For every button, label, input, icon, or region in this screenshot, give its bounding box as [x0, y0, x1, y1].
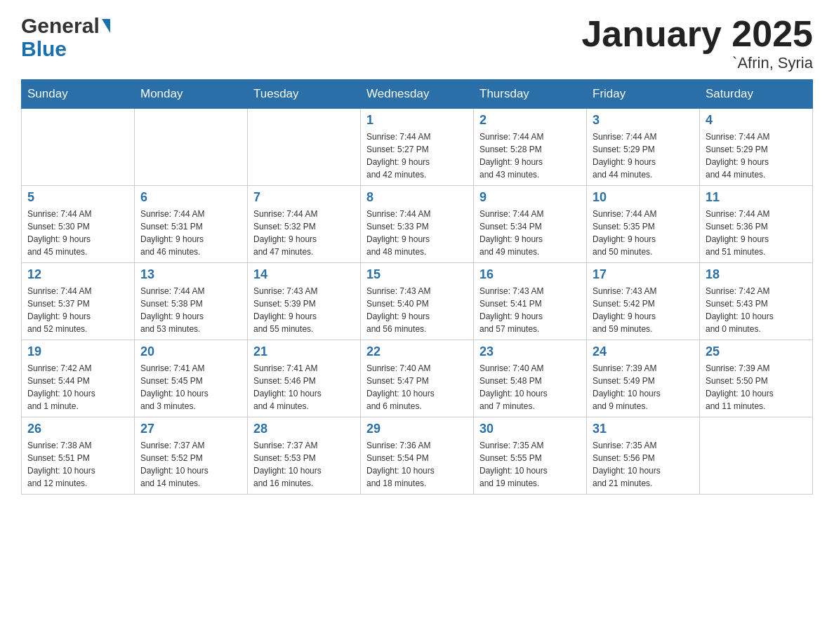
title-block: January 2025 `Afrin, Syria: [581, 14, 813, 72]
calendar-week-row: 1Sunrise: 7:44 AM Sunset: 5:27 PM Daylig…: [22, 109, 813, 186]
calendar-cell: 26Sunrise: 7:38 AM Sunset: 5:51 PM Dayli…: [22, 417, 135, 495]
day-number: 22: [366, 344, 468, 359]
calendar-cell: [700, 417, 813, 495]
day-info: Sunrise: 7:35 AM Sunset: 5:56 PM Dayligh…: [593, 439, 694, 490]
day-info: Sunrise: 7:37 AM Sunset: 5:52 PM Dayligh…: [140, 439, 241, 490]
calendar-cell: 30Sunrise: 7:35 AM Sunset: 5:55 PM Dayli…: [474, 417, 587, 495]
day-info: Sunrise: 7:36 AM Sunset: 5:54 PM Dayligh…: [366, 439, 468, 490]
day-number: 30: [479, 422, 581, 436]
logo: General Blue: [21, 14, 110, 60]
day-info: Sunrise: 7:40 AM Sunset: 5:48 PM Dayligh…: [479, 362, 581, 412]
day-number: 11: [706, 190, 807, 205]
logo-blue: Blue: [21, 37, 110, 60]
weekday-header-sunday: Sunday: [22, 80, 135, 109]
day-number: 4: [706, 113, 807, 128]
day-info: Sunrise: 7:44 AM Sunset: 5:32 PM Dayligh…: [253, 208, 355, 258]
calendar-cell: 17Sunrise: 7:43 AM Sunset: 5:42 PM Dayli…: [587, 263, 700, 340]
calendar-cell: 12Sunrise: 7:44 AM Sunset: 5:37 PM Dayli…: [22, 263, 135, 340]
day-number: 25: [706, 344, 807, 359]
day-number: 3: [593, 113, 694, 128]
day-info: Sunrise: 7:44 AM Sunset: 5:38 PM Dayligh…: [140, 285, 241, 335]
day-number: 1: [366, 113, 468, 128]
calendar-cell: 9Sunrise: 7:44 AM Sunset: 5:34 PM Daylig…: [474, 186, 587, 263]
day-number: 20: [140, 344, 241, 359]
day-info: Sunrise: 7:42 AM Sunset: 5:44 PM Dayligh…: [27, 362, 128, 412]
weekday-header-saturday: Saturday: [700, 80, 813, 109]
calendar-cell: 19Sunrise: 7:42 AM Sunset: 5:44 PM Dayli…: [22, 340, 135, 417]
calendar-cell: 16Sunrise: 7:43 AM Sunset: 5:41 PM Dayli…: [474, 263, 587, 340]
calendar-body: 1Sunrise: 7:44 AM Sunset: 5:27 PM Daylig…: [22, 109, 813, 495]
day-info: Sunrise: 7:44 AM Sunset: 5:29 PM Dayligh…: [593, 130, 694, 181]
day-number: 10: [593, 190, 694, 205]
calendar-cell: 7Sunrise: 7:44 AM Sunset: 5:32 PM Daylig…: [248, 186, 361, 263]
logo-general: General: [21, 14, 100, 37]
day-info: Sunrise: 7:44 AM Sunset: 5:37 PM Dayligh…: [27, 285, 128, 335]
weekday-header-friday: Friday: [587, 80, 700, 109]
day-number: 29: [366, 422, 468, 436]
calendar-cell: 6Sunrise: 7:44 AM Sunset: 5:31 PM Daylig…: [135, 186, 248, 263]
day-number: 24: [593, 344, 694, 359]
calendar-cell: 15Sunrise: 7:43 AM Sunset: 5:40 PM Dayli…: [361, 263, 474, 340]
day-number: 13: [140, 267, 241, 282]
day-info: Sunrise: 7:43 AM Sunset: 5:42 PM Dayligh…: [593, 285, 694, 335]
calendar-cell: [248, 109, 361, 186]
calendar-cell: 24Sunrise: 7:39 AM Sunset: 5:49 PM Dayli…: [587, 340, 700, 417]
calendar-table: SundayMondayTuesdayWednesdayThursdayFrid…: [21, 79, 813, 495]
calendar-week-row: 5Sunrise: 7:44 AM Sunset: 5:30 PM Daylig…: [22, 186, 813, 263]
calendar-week-row: 12Sunrise: 7:44 AM Sunset: 5:37 PM Dayli…: [22, 263, 813, 340]
day-info: Sunrise: 7:44 AM Sunset: 5:30 PM Dayligh…: [27, 208, 128, 258]
day-info: Sunrise: 7:39 AM Sunset: 5:49 PM Dayligh…: [593, 362, 694, 412]
day-info: Sunrise: 7:44 AM Sunset: 5:27 PM Dayligh…: [366, 130, 468, 181]
day-number: 5: [27, 190, 128, 205]
weekday-header-tuesday: Tuesday: [248, 80, 361, 109]
calendar-cell: [135, 109, 248, 186]
day-info: Sunrise: 7:37 AM Sunset: 5:53 PM Dayligh…: [253, 439, 355, 490]
day-info: Sunrise: 7:40 AM Sunset: 5:47 PM Dayligh…: [366, 362, 468, 412]
calendar-cell: 5Sunrise: 7:44 AM Sunset: 5:30 PM Daylig…: [22, 186, 135, 263]
day-info: Sunrise: 7:39 AM Sunset: 5:50 PM Dayligh…: [706, 362, 807, 412]
day-number: 17: [593, 267, 694, 282]
weekday-header-row: SundayMondayTuesdayWednesdayThursdayFrid…: [22, 80, 813, 109]
day-number: 15: [366, 267, 468, 282]
calendar-subtitle: `Afrin, Syria: [581, 54, 813, 72]
day-number: 28: [253, 422, 355, 436]
day-number: 8: [366, 190, 468, 205]
day-number: 12: [27, 267, 128, 282]
day-number: 9: [479, 190, 581, 205]
calendar-cell: 1Sunrise: 7:44 AM Sunset: 5:27 PM Daylig…: [361, 109, 474, 186]
day-info: Sunrise: 7:41 AM Sunset: 5:45 PM Dayligh…: [140, 362, 241, 412]
day-info: Sunrise: 7:44 AM Sunset: 5:34 PM Dayligh…: [479, 208, 581, 258]
calendar-cell: 29Sunrise: 7:36 AM Sunset: 5:54 PM Dayli…: [361, 417, 474, 495]
calendar-cell: [22, 109, 135, 186]
calendar-cell: 11Sunrise: 7:44 AM Sunset: 5:36 PM Dayli…: [700, 186, 813, 263]
calendar-cell: 20Sunrise: 7:41 AM Sunset: 5:45 PM Dayli…: [135, 340, 248, 417]
day-info: Sunrise: 7:44 AM Sunset: 5:31 PM Dayligh…: [140, 208, 241, 258]
calendar-cell: 23Sunrise: 7:40 AM Sunset: 5:48 PM Dayli…: [474, 340, 587, 417]
calendar-cell: 31Sunrise: 7:35 AM Sunset: 5:56 PM Dayli…: [587, 417, 700, 495]
day-info: Sunrise: 7:44 AM Sunset: 5:29 PM Dayligh…: [706, 130, 807, 181]
day-number: 14: [253, 267, 355, 282]
day-number: 18: [706, 267, 807, 282]
day-number: 26: [27, 422, 128, 436]
day-info: Sunrise: 7:38 AM Sunset: 5:51 PM Dayligh…: [27, 439, 128, 490]
calendar-cell: 2Sunrise: 7:44 AM Sunset: 5:28 PM Daylig…: [474, 109, 587, 186]
day-info: Sunrise: 7:41 AM Sunset: 5:46 PM Dayligh…: [253, 362, 355, 412]
day-number: 21: [253, 344, 355, 359]
day-number: 2: [479, 113, 581, 128]
page-header: General Blue January 2025 `Afrin, Syria: [21, 14, 813, 72]
calendar-cell: 8Sunrise: 7:44 AM Sunset: 5:33 PM Daylig…: [361, 186, 474, 263]
day-info: Sunrise: 7:44 AM Sunset: 5:28 PM Dayligh…: [479, 130, 581, 181]
weekday-header-thursday: Thursday: [474, 80, 587, 109]
calendar-cell: 10Sunrise: 7:44 AM Sunset: 5:35 PM Dayli…: [587, 186, 700, 263]
day-number: 7: [253, 190, 355, 205]
day-info: Sunrise: 7:44 AM Sunset: 5:36 PM Dayligh…: [706, 208, 807, 258]
calendar-cell: 28Sunrise: 7:37 AM Sunset: 5:53 PM Dayli…: [248, 417, 361, 495]
calendar-cell: 4Sunrise: 7:44 AM Sunset: 5:29 PM Daylig…: [700, 109, 813, 186]
day-number: 31: [593, 422, 694, 436]
day-info: Sunrise: 7:42 AM Sunset: 5:43 PM Dayligh…: [706, 285, 807, 335]
day-number: 19: [27, 344, 128, 359]
calendar-title: January 2025: [581, 14, 813, 54]
calendar-cell: 18Sunrise: 7:42 AM Sunset: 5:43 PM Dayli…: [700, 263, 813, 340]
day-number: 23: [479, 344, 581, 359]
logo-arrow-icon: [102, 19, 110, 33]
